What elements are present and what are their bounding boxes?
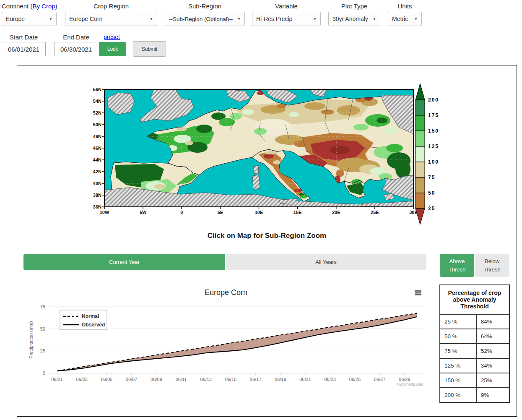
- table-row: 75 %52%: [440, 344, 509, 358]
- variable-value: Hi-Res Precip: [256, 16, 292, 22]
- below-thresh-label: Below Thresh: [480, 257, 504, 274]
- tab-current-year[interactable]: Current Year: [23, 254, 225, 270]
- variable-label: Variable: [252, 3, 321, 10]
- threshold-cell: 75 %: [440, 344, 476, 358]
- svg-text:100: 100: [428, 159, 439, 165]
- results-panel: 56N54N52N50N48N46N44N42N40N38N36N 10W5W0…: [17, 65, 517, 417]
- variable-select[interactable]: Hi-Res Precip▼: [252, 12, 321, 26]
- svg-text:15E: 15E: [293, 210, 302, 215]
- precip-line-chart: 025507506/0106/0306/0506/0706/0906/1106/…: [23, 277, 439, 393]
- percentage-cell: 64%: [476, 329, 509, 344]
- crop-region-value: Europe Corn: [69, 16, 102, 22]
- svg-text:40N: 40N: [93, 181, 101, 186]
- chart-menu-button[interactable]: [415, 290, 421, 295]
- svg-text:06/29: 06/29: [399, 377, 410, 382]
- plot-type-value: 30yr Anomaly: [332, 16, 368, 22]
- threshold-cell: 200 %: [440, 388, 476, 402]
- svg-text:44N: 44N: [93, 157, 101, 162]
- sub-region-value: --Sub-Region (Optional)--: [169, 16, 233, 22]
- percentage-cell: 84%: [476, 314, 509, 329]
- sub-region-select[interactable]: --Sub-Region (Optional)--▼: [165, 12, 245, 26]
- plot-type-select[interactable]: 30yr Anomaly▼: [328, 12, 380, 26]
- svg-text:10E: 10E: [255, 210, 263, 215]
- chevron-down-icon: ▼: [150, 17, 153, 21]
- svg-text:Observed: Observed: [82, 322, 105, 328]
- threshold-cell: 125 %: [440, 358, 476, 373]
- above-thresh-label: Above Thresh: [445, 257, 469, 274]
- svg-text:25: 25: [428, 206, 435, 211]
- submit-button[interactable]: Submit: [133, 41, 166, 57]
- chart-credit: Highcharts.com: [397, 382, 423, 386]
- chart-legend: NormalObserved: [60, 310, 107, 329]
- chevron-down-icon: ▼: [373, 17, 376, 21]
- svg-text:06/17: 06/17: [250, 377, 262, 382]
- units-value: Metric: [392, 16, 408, 22]
- svg-text:06/25: 06/25: [349, 377, 361, 382]
- table-row: 200 %9%: [440, 388, 509, 402]
- svg-text:75: 75: [428, 175, 435, 180]
- svg-text:48N: 48N: [93, 134, 101, 139]
- svg-text:200: 200: [428, 97, 439, 103]
- variable-group: Variable Hi-Res Precip▼: [252, 3, 321, 26]
- svg-text:54N: 54N: [93, 99, 101, 104]
- percentage-cell: 9%: [476, 388, 509, 402]
- sub-region-group: Sub-Region --Sub-Region (Optional)--▼: [165, 3, 245, 26]
- svg-text:Normal: Normal: [82, 313, 99, 319]
- threshold-cell: 50 %: [440, 329, 476, 344]
- units-group: Units Metric▼: [388, 3, 422, 26]
- below-thresh-button[interactable]: Below Thresh: [475, 254, 509, 277]
- svg-text:46N: 46N: [93, 146, 101, 151]
- svg-text:38N: 38N: [93, 193, 101, 198]
- svg-text:06/13: 06/13: [200, 377, 212, 382]
- preset-link[interactable]: preset: [104, 34, 120, 40]
- start-date-label: Start Date: [2, 34, 46, 41]
- above-thresh-button[interactable]: Above Thresh: [440, 254, 474, 277]
- svg-text:50: 50: [428, 190, 435, 196]
- continent-group: Continent (By Crop) Europe▼: [2, 3, 60, 26]
- chevron-down-icon: ▼: [313, 17, 317, 21]
- chevron-down-icon: ▼: [237, 17, 241, 21]
- threshold-table-header: Percentage of crop above Anomaly Thresho…: [440, 285, 509, 314]
- sub-region-label: Sub-Region: [165, 3, 245, 10]
- svg-text:25: 25: [40, 348, 45, 353]
- plot-type-group: Plot Type 30yr Anomaly▼: [328, 3, 380, 26]
- svg-text:42N: 42N: [93, 169, 101, 174]
- svg-text:06/05: 06/05: [101, 377, 113, 382]
- continent-value: Europe: [6, 16, 25, 22]
- units-label: Units: [388, 3, 422, 10]
- svg-text:06/15: 06/15: [225, 377, 237, 382]
- start-date-input[interactable]: [2, 42, 46, 56]
- crop-region-group: Crop Region Europe Corn▼: [65, 3, 157, 26]
- svg-text:52N: 52N: [93, 110, 101, 115]
- svg-text:06/23: 06/23: [324, 377, 336, 382]
- svg-text:36N: 36N: [93, 204, 101, 209]
- table-row: 125 %34%: [440, 358, 509, 373]
- map-lat-axis-labels: 56N54N52N50N48N46N44N42N40N38N36N: [93, 87, 104, 209]
- map-caption: Click on Map for Sub-Region Zoom: [17, 232, 517, 240]
- lock-button[interactable]: Lock: [99, 42, 126, 56]
- svg-text:50N: 50N: [93, 122, 101, 127]
- continent-select[interactable]: Europe▼: [2, 12, 57, 26]
- x-axis-labels: 06/0106/0306/0506/0706/0906/1106/1306/15…: [51, 373, 410, 382]
- svg-text:50: 50: [40, 326, 45, 331]
- svg-text:175: 175: [428, 112, 439, 118]
- chart-title: Europe Corn: [205, 288, 247, 297]
- map-colorbar: 200175150125100755025: [416, 83, 439, 224]
- svg-text:5E: 5E: [218, 210, 223, 215]
- units-select[interactable]: Metric▼: [388, 12, 422, 26]
- svg-text:06/09: 06/09: [151, 377, 162, 382]
- page: Continent (By Crop) Europe▼ Crop Region …: [0, 0, 522, 420]
- tab-all-years[interactable]: All Years: [226, 254, 426, 270]
- svg-text:06/03: 06/03: [76, 377, 88, 382]
- threshold-table: Percentage of crop above Anomaly Thresho…: [439, 284, 510, 403]
- end-date-input[interactable]: [54, 42, 98, 56]
- svg-text:10W: 10W: [100, 210, 109, 215]
- svg-text:20E: 20E: [332, 210, 340, 215]
- continent-label: Continent (By Crop): [2, 3, 60, 10]
- svg-text:06/07: 06/07: [126, 377, 138, 382]
- table-row: 50 %64%: [440, 329, 509, 344]
- anomaly-map[interactable]: 56N54N52N50N48N46N44N42N40N38N36N 10W5W0…: [92, 80, 444, 227]
- by-crop-link[interactable]: By Crop: [32, 3, 55, 10]
- crop-region-select[interactable]: Europe Corn▼: [65, 12, 157, 26]
- threshold-cell: 25 %: [440, 314, 476, 329]
